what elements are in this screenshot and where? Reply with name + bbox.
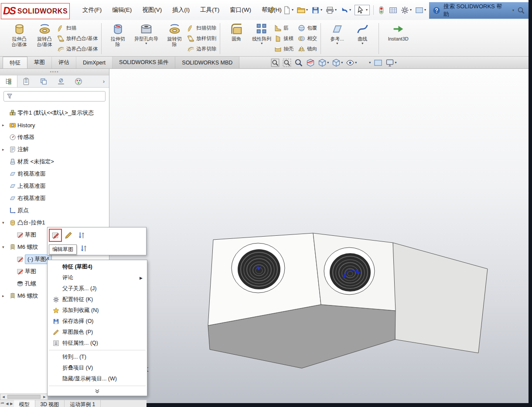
menu-expand-chevron[interactable] (48, 387, 147, 394)
mirror-button[interactable]: 镜向 (298, 45, 317, 53)
edit-sketch-icon[interactable] (50, 230, 61, 241)
menu-item-sketch-color[interactable]: 草图颜色 (P) (48, 327, 147, 338)
tree-item-part-root[interactable]: 零件1 (默认<<默认>_显示状态 (0, 107, 109, 119)
undo-button[interactable]: ▾ (340, 6, 351, 14)
extruded-boss-button[interactable]: 拉伸凸 台/基体 (7, 21, 32, 47)
tree-item-right-plane[interactable]: 右视基准面 (0, 192, 109, 204)
lofted-boss-button[interactable]: 放样凸台/基体 (57, 34, 98, 43)
tree-item-annotations[interactable]: ▸ 注解 (0, 143, 109, 156)
scroll-right-icon[interactable]: ▶ (41, 394, 48, 400)
select-tool-button[interactable]: ▾ (355, 5, 370, 15)
options-button[interactable]: ▾ (401, 6, 412, 14)
apply-scene-button[interactable] (374, 58, 382, 67)
chevron-down-icon[interactable]: ▾ (2, 245, 8, 249)
reference-geometry-button[interactable]: 参考...▾ (324, 21, 350, 45)
menu-item-parent-child[interactable]: 父子关系... (J) (48, 283, 147, 294)
propertymanager-tab[interactable] (17, 75, 35, 87)
tab-nav-prev-icon[interactable]: ◀ (5, 400, 9, 407)
boundary-boss-button[interactable]: 边界凸台/基体 (57, 45, 98, 53)
normal-to-icon[interactable] (76, 230, 87, 241)
tab-evaluate[interactable]: 评估 (52, 57, 76, 68)
panel-splitter-handle[interactable]: •••• (0, 69, 109, 75)
tree-item-sensors[interactable]: 传感器 (0, 131, 109, 143)
panel-expand-arrow[interactable]: › (99, 75, 109, 87)
new-document-button[interactable]: ▾ (283, 6, 293, 14)
curves-button[interactable]: 曲线▾ (350, 21, 375, 45)
instant3d-button[interactable]: Instant3D (382, 21, 414, 42)
shell-button[interactable]: 抽壳 (274, 45, 293, 53)
search-input[interactable]: 搜索 SOLIDWORKS 帮助 (443, 3, 506, 18)
print-button[interactable]: ▾ (326, 6, 337, 14)
scroll-left-icon[interactable]: ◀ (0, 394, 7, 400)
menu-item-hide-show-tree-items[interactable]: 隐藏/显示树项目... (W) (48, 373, 147, 384)
swept-cut-button[interactable]: 扫描切除 (187, 24, 216, 32)
tree-item-front-plane[interactable]: 前视基准面 (0, 168, 109, 180)
tab-sketch[interactable]: 草图 (27, 57, 52, 68)
featuremanager-tab[interactable] (0, 75, 17, 87)
tree-item-history[interactable]: ▸ History (0, 119, 109, 131)
extruded-cut-button[interactable]: 拉伸切 除 (105, 21, 130, 47)
displaymanager-tab[interactable] (70, 75, 87, 87)
rib-button[interactable]: 筋 (274, 24, 293, 32)
revolved-boss-button[interactable]: 旋转凸 台/基体 (32, 21, 57, 47)
tree-item-top-plane[interactable]: 上视基准面 (0, 180, 109, 192)
zoom-area-button[interactable] (283, 58, 291, 67)
intersect-button[interactable]: 相交 (298, 34, 317, 43)
lofted-cut-button[interactable]: 放样切割 (187, 34, 216, 43)
configurationmanager-tab[interactable] (35, 75, 52, 87)
menu-file[interactable]: 文件(F) (78, 4, 106, 16)
edit-appearance-button[interactable]: ▾ (360, 58, 371, 67)
view-settings-button[interactable]: ▾ (385, 58, 396, 67)
tab-features[interactable]: 特征 (3, 57, 27, 68)
tree-filter-input[interactable] (3, 91, 106, 102)
swept-boss-button[interactable]: 扫描 (57, 24, 98, 32)
menu-item-add-to-favorites[interactable]: 添加到收藏 (N) (48, 305, 147, 316)
tab-nav-first-icon[interactable]: ⏮ (0, 400, 5, 407)
move-up-icon[interactable] (78, 243, 89, 254)
linear-pattern-button[interactable]: 线性阵列▾ (249, 21, 274, 45)
menu-item-comment[interactable]: 评论 ▶ (48, 272, 147, 283)
tab-mbd[interactable]: SOLIDWORKS MBD (175, 57, 239, 68)
chevron-right-icon[interactable]: ▸ (2, 147, 8, 152)
horizontal-scrollbar[interactable]: ◀ ▶ (0, 393, 48, 400)
tab-nav-next-icon[interactable]: ▶ (9, 400, 14, 407)
display-style-button[interactable]: ▾ (332, 58, 343, 67)
help-search-bar[interactable]: 搜索 SOLIDWORKS 帮助 ▾ (429, 2, 529, 19)
sketch-color-icon[interactable] (63, 230, 74, 241)
motion-study-tab[interactable]: 运动算例 1 (65, 400, 101, 407)
section-view-button[interactable] (306, 58, 315, 67)
draft-button[interactable]: 拔模 (274, 34, 293, 43)
part-model[interactable] (198, 226, 499, 374)
dimxpertmanager-tab[interactable] (52, 75, 70, 87)
boundary-cut-button[interactable]: 边界切除 (187, 45, 216, 53)
wrap-button[interactable]: 包覆 (298, 24, 317, 32)
open-document-button[interactable]: ▾ (297, 6, 308, 14)
file-properties-button[interactable] (389, 6, 397, 14)
search-icon[interactable] (517, 7, 525, 14)
tab-dimxpert[interactable]: DimXpert (76, 57, 113, 68)
chevron-right-icon[interactable]: ▸ (2, 294, 8, 298)
zoom-fit-button[interactable] (271, 58, 280, 67)
hole-wizard-button[interactable]: 异型孔向导▾ (130, 21, 162, 45)
chevron-right-icon[interactable]: ▸ (2, 123, 8, 127)
menu-item-feature-properties[interactable]: 特征属性... (Q) (48, 338, 147, 349)
tree-item-origin[interactable]: 原点 (0, 204, 109, 217)
scrollbar-thumb[interactable] (7, 395, 41, 399)
model-tab[interactable]: 模型 (14, 400, 35, 407)
menu-insert[interactable]: 插入(I) (168, 4, 194, 16)
menu-item-collapse-items[interactable]: 折叠项目 (V) (48, 363, 147, 373)
appearance-toolbar-button[interactable]: ▾ (415, 6, 426, 14)
view-orientation-button[interactable]: ▾ (318, 58, 329, 67)
save-button[interactable]: ▾ (311, 6, 322, 14)
rebuild-button[interactable] (377, 6, 385, 14)
menu-item-go-to[interactable]: 转到... (T) (48, 352, 147, 363)
revolved-cut-button[interactable]: 旋转切 除 (162, 21, 187, 47)
menu-window[interactable]: 窗口(W) (226, 4, 255, 16)
menu-item-configure-feature[interactable]: 配置特征 (K) (48, 294, 147, 305)
help-icon[interactable] (433, 7, 440, 14)
menu-tools[interactable]: 工具(T) (196, 4, 223, 16)
fillet-button[interactable]: 圆角 (224, 21, 249, 42)
pin-menu-icon[interactable] (268, 6, 276, 14)
search-scope-dropdown[interactable]: ▾ (512, 9, 514, 12)
tab-addins[interactable]: SOLIDWORKS 插件 (113, 57, 175, 68)
